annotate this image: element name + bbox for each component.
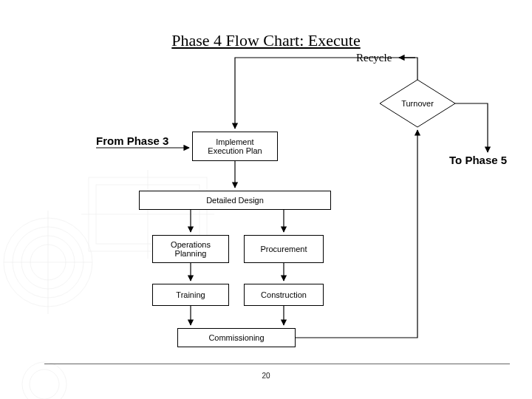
flowchart-canvas: { "title": "Phase 4 Flow Chart: Execute"… xyxy=(0,0,532,399)
page-number: 20 xyxy=(0,372,532,380)
node-training: Training xyxy=(152,284,229,306)
svg-point-3 xyxy=(30,245,66,280)
node-implement: Implement Execution Plan xyxy=(192,132,278,161)
svg-point-0 xyxy=(4,218,92,307)
from-phase-label: From Phase 3 xyxy=(96,134,168,147)
node-turnover: Turnover xyxy=(380,80,455,127)
svg-point-10 xyxy=(22,362,66,399)
recycle-label: Recycle xyxy=(356,52,392,64)
node-construction: Construction xyxy=(244,284,324,306)
to-phase-label: To Phase 5 xyxy=(449,154,507,166)
svg-point-1 xyxy=(13,227,83,298)
chart-title: Phase 4 Flow Chart: Execute xyxy=(0,31,532,50)
footer-rule xyxy=(44,364,510,364)
node-commissioning: Commissioning xyxy=(177,328,296,347)
node-procurement: Procurement xyxy=(244,235,324,263)
node-detailed: Detailed Design xyxy=(139,191,331,210)
svg-point-2 xyxy=(21,236,75,289)
node-ops: Operations Planning xyxy=(152,235,229,263)
